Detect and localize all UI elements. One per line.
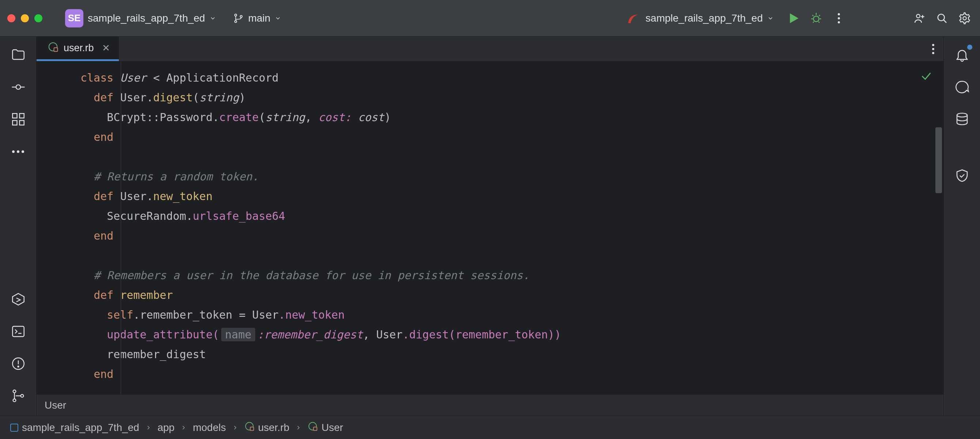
breadcrumb-label: user.rb <box>258 422 290 434</box>
minimize-window-button[interactable] <box>21 14 29 22</box>
breadcrumb-label: models <box>193 422 226 434</box>
branch-name: main <box>248 13 270 24</box>
svg-rect-14 <box>13 121 17 125</box>
svg-point-9 <box>16 85 20 89</box>
debug-button[interactable] <box>808 10 824 26</box>
svg-point-24 <box>21 394 24 397</box>
sticky-context-bar[interactable]: User <box>37 394 943 416</box>
run-config-name: sample_rails_app_7th_ed <box>646 13 763 24</box>
project-badge: SE <box>65 9 83 27</box>
chevron-right-icon <box>180 422 187 434</box>
indent-guide <box>121 61 121 394</box>
inline-hint: name <box>221 328 255 341</box>
more-actions-button[interactable] <box>831 10 847 26</box>
ruby-file-icon <box>48 42 59 55</box>
code-editor[interactable]: class User < ApplicationRecord def User.… <box>37 61 943 394</box>
terminal-tool-button[interactable] <box>9 322 28 341</box>
ruby-file-icon <box>244 421 255 434</box>
breadcrumb-class[interactable]: User <box>307 421 343 434</box>
fullscreen-window-button[interactable] <box>34 14 42 22</box>
svg-point-5 <box>916 14 920 18</box>
svg-point-0 <box>234 14 237 16</box>
editor-tabs-more-button[interactable] <box>923 37 943 61</box>
chevron-down-icon <box>210 15 216 22</box>
branch-selector[interactable]: main <box>228 10 287 27</box>
navigation-breadcrumb: sample_rails_app_7th_ed app models user.… <box>0 416 980 439</box>
security-tool-button[interactable] <box>953 166 972 185</box>
project-tool-button[interactable] <box>9 45 28 64</box>
ai-assistant-tool-button[interactable] <box>953 78 972 97</box>
svg-rect-13 <box>19 113 24 118</box>
breadcrumb-label: User <box>321 422 343 434</box>
breadcrumb-root[interactable]: sample_rails_app_7th_ed <box>10 422 139 434</box>
svg-point-1 <box>234 21 237 23</box>
project-name: sample_rails_app_7th_ed <box>88 13 205 24</box>
code-with-me-button[interactable] <box>911 10 928 26</box>
titlebar: SE sample_rails_app_7th_ed main sample_r… <box>0 0 980 37</box>
right-tool-rail <box>943 37 980 416</box>
git-branch-icon <box>233 13 244 24</box>
run-button[interactable] <box>786 10 802 26</box>
database-tool-button[interactable] <box>953 110 972 129</box>
window-controls <box>7 14 42 22</box>
search-everywhere-button[interactable] <box>934 10 950 26</box>
problems-tool-button[interactable] <box>9 354 28 373</box>
editor-tabs: user.rb ✕ <box>37 37 943 61</box>
svg-point-21 <box>18 366 19 367</box>
svg-rect-15 <box>19 121 24 125</box>
module-icon <box>10 424 18 432</box>
vertical-scrollbar[interactable] <box>935 127 942 193</box>
chevron-right-icon <box>145 422 152 434</box>
rails-icon <box>627 11 641 26</box>
close-window-button[interactable] <box>7 14 15 22</box>
breadcrumb-app[interactable]: app <box>158 422 175 434</box>
vcs-tool-button[interactable] <box>9 386 28 405</box>
tab-label: user.rb <box>64 42 94 54</box>
editor-area: user.rb ✕ class User < ApplicationRecord… <box>37 37 943 416</box>
svg-point-23 <box>13 399 16 402</box>
settings-button[interactable] <box>956 10 973 26</box>
svg-point-6 <box>938 14 945 21</box>
chevron-down-icon <box>767 15 774 22</box>
context-label: User <box>45 399 66 411</box>
inspection-ok-icon[interactable] <box>920 69 932 89</box>
breadcrumb-label: sample_rails_app_7th_ed <box>22 422 139 434</box>
svg-marker-3 <box>790 14 798 23</box>
svg-point-8 <box>963 16 966 20</box>
breadcrumb-models[interactable]: models <box>193 422 226 434</box>
services-tool-button[interactable] <box>9 290 28 309</box>
svg-line-7 <box>944 20 947 23</box>
svg-rect-12 <box>13 113 17 118</box>
breadcrumb-label: app <box>158 422 175 434</box>
svg-rect-26 <box>54 48 58 51</box>
svg-rect-17 <box>13 326 24 337</box>
commit-tool-button[interactable] <box>9 78 28 97</box>
svg-point-2 <box>240 15 242 18</box>
structure-tool-button[interactable] <box>9 110 28 129</box>
svg-point-27 <box>957 113 967 117</box>
tab-close-button[interactable]: ✕ <box>102 42 110 54</box>
project-selector[interactable]: SE sample_rails_app_7th_ed <box>60 6 221 30</box>
more-tools-button[interactable] <box>9 142 28 161</box>
svg-point-22 <box>13 390 16 393</box>
left-tool-rail <box>0 37 37 416</box>
more-vertical-icon <box>838 13 840 23</box>
chevron-down-icon <box>275 15 281 22</box>
svg-rect-31 <box>314 427 317 430</box>
svg-point-4 <box>814 16 819 22</box>
notifications-tool-button[interactable] <box>953 45 972 64</box>
breadcrumb-file[interactable]: user.rb <box>244 421 290 434</box>
chevron-right-icon <box>295 422 302 434</box>
class-icon <box>307 421 318 434</box>
more-horizontal-icon <box>12 150 24 153</box>
run-config-selector[interactable]: sample_rails_app_7th_ed <box>621 8 779 29</box>
svg-rect-29 <box>250 427 253 430</box>
more-vertical-icon <box>932 44 934 54</box>
tab-user-rb[interactable]: user.rb ✕ <box>37 37 119 61</box>
chevron-right-icon <box>232 422 239 434</box>
